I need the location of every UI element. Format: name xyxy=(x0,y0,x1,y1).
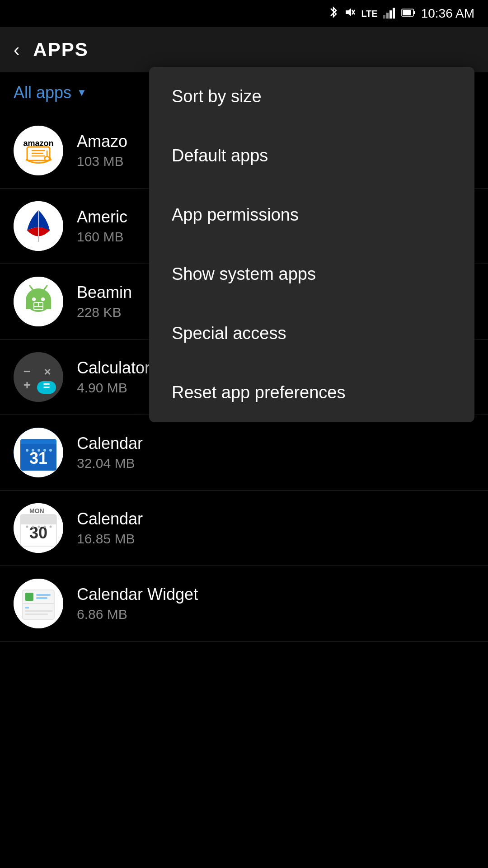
svg-rect-61 xyxy=(25,593,33,601)
menu-item-sort-by-size[interactable]: Sort by size xyxy=(149,67,474,126)
app-name: Calculator xyxy=(77,359,150,377)
app-info-aa: Americ 160 MB xyxy=(77,208,127,245)
app-size: 16.85 MB xyxy=(77,531,143,547)
svg-point-43 xyxy=(26,449,28,452)
svg-point-56 xyxy=(38,526,40,528)
svg-text:×: × xyxy=(44,365,51,378)
app-info-calwidget: Calendar Widget 6.86 MB xyxy=(77,585,198,622)
svg-rect-9 xyxy=(403,10,411,15)
app-info-amazon: Amazo 103 MB xyxy=(77,132,127,169)
lte-icon: LTE xyxy=(361,9,377,19)
svg-rect-29 xyxy=(34,303,38,306)
app-name: Calendar xyxy=(77,509,143,528)
list-item[interactable]: MON 30 Calendar 16.85 MB xyxy=(0,491,488,566)
svg-point-32 xyxy=(14,352,63,402)
context-menu: Sort by size Default apps App permission… xyxy=(149,67,474,422)
svg-rect-4 xyxy=(386,13,389,19)
menu-item-reset-app-preferences[interactable]: Reset app preferences xyxy=(149,363,474,422)
svg-rect-6 xyxy=(393,8,395,19)
app-size: 160 MB xyxy=(77,229,127,245)
menu-item-show-system-apps[interactable]: Show system apps xyxy=(149,245,474,304)
svg-point-55 xyxy=(32,526,34,528)
app-info-calendar31: Calendar 32.04 MB xyxy=(77,434,143,471)
svg-marker-0 xyxy=(346,8,351,16)
svg-text:+: + xyxy=(23,378,31,392)
svg-rect-63 xyxy=(36,597,47,599)
page-title: APPS xyxy=(33,39,88,61)
svg-text:−: − xyxy=(23,364,31,378)
app-icon-cal31: 31 xyxy=(14,428,63,477)
list-item[interactable]: Calendar Widget 6.86 MB xyxy=(0,566,488,642)
svg-point-25 xyxy=(41,297,45,301)
svg-point-24 xyxy=(32,297,36,301)
svg-rect-8 xyxy=(413,11,415,14)
svg-point-54 xyxy=(26,526,28,528)
list-item[interactable]: 31 Calendar 32.04 MB xyxy=(0,415,488,491)
signal-icon xyxy=(383,7,396,20)
svg-rect-5 xyxy=(389,10,392,19)
svg-point-45 xyxy=(38,449,40,452)
app-icon-beaming xyxy=(14,277,63,326)
status-time: 10:36 AM xyxy=(421,6,474,21)
app-size: 103 MB xyxy=(77,154,127,169)
app-icon-calwidget xyxy=(14,579,63,628)
app-name: Calendar Widget xyxy=(77,585,198,604)
mute-icon xyxy=(344,6,356,21)
menu-item-app-permissions[interactable]: App permissions xyxy=(149,185,474,245)
svg-rect-62 xyxy=(36,594,51,596)
menu-item-special-access[interactable]: Special access xyxy=(149,304,474,363)
svg-point-58 xyxy=(50,526,52,528)
app-info-beaming: Beamin 228 KB xyxy=(77,283,132,320)
status-icons: LTE 10:36 AM xyxy=(328,6,474,21)
battery-icon xyxy=(401,8,416,19)
app-size: 6.86 MB xyxy=(77,607,198,622)
app-size: 228 KB xyxy=(77,305,132,320)
all-apps-filter[interactable]: All apps ▼ xyxy=(14,83,87,102)
svg-rect-41 xyxy=(20,444,56,449)
app-size: 4.90 MB xyxy=(77,380,150,396)
svg-rect-66 xyxy=(25,610,52,612)
svg-text:31: 31 xyxy=(29,449,47,467)
status-bar: LTE 10:36 AM xyxy=(0,0,488,27)
back-button[interactable]: ‹ xyxy=(14,40,19,60)
filter-dropdown-arrow: ▼ xyxy=(77,87,87,99)
app-name: Calendar xyxy=(77,434,143,453)
app-size: 32.04 MB xyxy=(77,456,143,471)
svg-rect-65 xyxy=(25,607,29,609)
app-icon-aa xyxy=(14,201,63,251)
filter-label-text: All apps xyxy=(14,83,71,102)
svg-point-46 xyxy=(43,449,46,452)
svg-rect-67 xyxy=(25,613,48,615)
app-name: Beamin xyxy=(77,283,132,302)
app-info-calendar30: Calendar 16.85 MB xyxy=(77,509,143,547)
svg-rect-31 xyxy=(34,307,42,309)
svg-point-47 xyxy=(49,449,52,452)
app-icon-amazon: amazon xyxy=(14,126,63,175)
svg-point-44 xyxy=(32,449,34,452)
svg-text:MON: MON xyxy=(29,507,44,514)
svg-rect-30 xyxy=(39,303,42,306)
app-info-calculator: Calculator 4.90 MB xyxy=(77,359,150,396)
svg-point-57 xyxy=(44,526,46,528)
app-icon-calculator: − × + = xyxy=(14,352,63,402)
header: ‹ APPS xyxy=(0,27,488,72)
menu-item-default-apps[interactable]: Default apps xyxy=(149,126,474,185)
svg-text:=: = xyxy=(43,379,50,392)
bluetooth-icon xyxy=(328,6,338,21)
app-name: Amazo xyxy=(77,132,127,151)
svg-rect-3 xyxy=(383,15,385,19)
app-icon-cal30: MON 30 xyxy=(14,503,63,553)
app-name: Americ xyxy=(77,208,127,226)
